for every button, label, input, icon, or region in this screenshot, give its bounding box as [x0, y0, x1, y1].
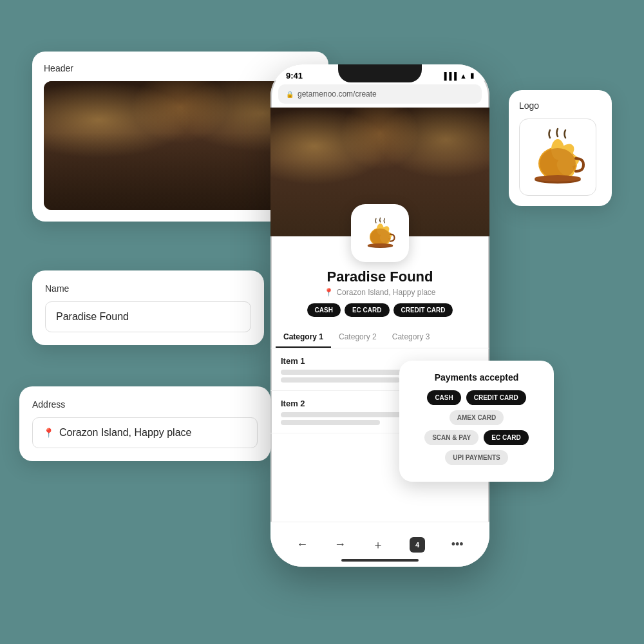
pay-badge-upi: UPI PAYMENTS [445, 450, 507, 465]
phone-payment-badges: CASH EC CARD CREDIT CARD [281, 303, 479, 317]
url-text: getamenoo.com/create [298, 90, 377, 99]
phone-cafe-image [270, 108, 489, 236]
phone-biz-address: 📍 Corazon Island, Happy place [281, 288, 479, 297]
logo-card: Logo [509, 90, 612, 206]
lock-icon: 🔒 [286, 91, 294, 98]
menu-line [281, 420, 380, 425]
phone-url-bar[interactable]: 🔒 getamenoo.com/create [278, 84, 482, 104]
payments-card-title: Payments accepted [411, 372, 542, 383]
phone-badge-eccard: EC CARD [345, 303, 390, 317]
phone-badge-creditcard: CREDIT CARD [393, 303, 453, 317]
name-card-label: Name [45, 283, 251, 294]
phone-badge-cash: CASH [307, 303, 341, 317]
payments-card: Payments accepted CASH CREDIT CARD AMEX … [399, 361, 554, 482]
address-card-label: Address [32, 399, 258, 410]
pay-badge-ec-card: EC CARD [484, 430, 529, 445]
phone-notch [338, 64, 422, 82]
phone-biz-name: Paradise Found [281, 269, 479, 285]
phone-biz-info: Paradise Found 📍 Corazon Island, Happy p… [270, 269, 489, 317]
coffee-cup-icon [526, 125, 590, 189]
pay-badge-cash: CASH [427, 390, 460, 405]
tab-category2[interactable]: Category 2 [331, 327, 384, 348]
name-input[interactable]: Paradise Found [45, 301, 251, 332]
payments-row-4: UPI PAYMENTS [411, 450, 542, 465]
svg-point-5 [540, 148, 576, 179]
nav-badge-count: 4 [415, 541, 419, 549]
phone-frame: 9:41 ▐▐▐ ▲ ▮ 🔒 getamenoo.com/create [270, 64, 489, 567]
svg-point-7 [535, 175, 581, 182]
address-card: Address 📍 Corazon Island, Happy place [19, 386, 270, 461]
logo-card-label: Logo [519, 100, 601, 111]
nav-add-button[interactable]: ＋ [372, 537, 384, 553]
payments-row-1: CASH CREDIT CARD [411, 390, 542, 405]
location-pin-icon: 📍 [43, 428, 54, 438]
pay-badge-scan: SCAN & PAY [424, 430, 478, 445]
battery-icon: ▮ [470, 71, 474, 80]
phone-location-icon: 📍 [324, 288, 334, 297]
address-value: Corazon Island, Happy place [59, 427, 191, 439]
signal-icon: ▐▐▐ [442, 72, 457, 80]
phone-coffee-cup-icon [363, 216, 398, 251]
payments-row-2: AMEX CARD [411, 410, 542, 425]
status-right: ▐▐▐ ▲ ▮ [442, 71, 474, 80]
tab-category3[interactable]: Category 3 [384, 327, 438, 348]
nav-more-button[interactable]: ••• [451, 538, 464, 551]
svg-point-13 [370, 228, 390, 245]
pay-badge-credit-card: CREDIT CARD [466, 390, 526, 405]
phone-time: 9:41 [286, 71, 303, 80]
wifi-icon: ▲ [460, 72, 467, 80]
tab-category1[interactable]: Category 1 [276, 327, 331, 348]
pay-badge-amex: AMEX CARD [450, 410, 504, 425]
nav-back-button[interactable]: ← [296, 538, 308, 551]
name-value: Paradise Found [56, 311, 129, 323]
nav-badge[interactable]: 4 [410, 537, 425, 553]
payments-row-3: SCAN & PAY EC CARD [411, 430, 542, 445]
phone-category-tabs: Category 1 Category 2 Category 3 [270, 327, 489, 348]
name-card: Name Paradise Found [32, 270, 264, 345]
svg-point-15 [367, 243, 393, 247]
phone-logo-badge [351, 204, 409, 262]
phone-home-indicator [341, 559, 419, 562]
address-input[interactable]: 📍 Corazon Island, Happy place [32, 417, 258, 448]
menu-line [281, 377, 400, 383]
nav-forward-button[interactable]: → [334, 538, 346, 551]
logo-image-box[interactable] [519, 118, 596, 196]
